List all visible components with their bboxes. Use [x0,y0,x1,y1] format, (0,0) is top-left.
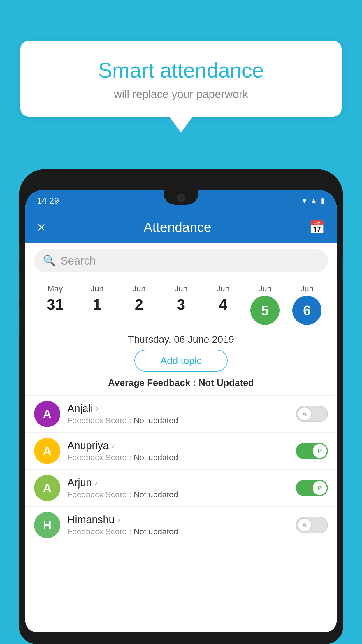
status-icons: ▾ ▲ ▮ [303,196,325,205]
toggle-arjun[interactable]: P [296,480,328,496]
date-day-3: 3 [177,296,185,313]
toggle-anupriya[interactable]: P [296,443,328,459]
status-time: 14:29 [37,196,59,206]
avatar-anjali: A [34,401,60,427]
toggle-anjali[interactable]: A [296,406,328,422]
volume-down-button [19,306,20,335]
selected-date-label: Thursday, 06 June 2019 [25,334,337,345]
speech-bubble: Smart attendance will replace your paper… [20,41,342,117]
search-bar[interactable]: 🔍 Search [34,249,328,272]
student-info-arjun: Arjun › Feedback Score : Not updated [67,477,289,499]
add-topic-button[interactable]: Add topic [134,350,228,372]
date-circle-jun6: 6 [292,296,321,325]
date-strip: May 31 Jun 1 Jun 2 [25,278,337,328]
date-col-jun5[interactable]: Jun 5 [250,284,280,325]
search-icon: 🔍 [43,255,56,267]
avg-feedback-label: Average Feedback : [108,377,196,388]
app-bar-title: Attendance [52,219,303,235]
feedback-himanshu: Feedback Score : Not updated [67,527,289,536]
avatar-letter-himanshu: H [43,519,52,532]
avg-feedback: Average Feedback : Not Updated [25,377,337,388]
calendar-icon[interactable]: 📅 [309,220,325,235]
date-day-6: 6 [303,302,311,318]
feedback-value-himanshu: Not updated [133,527,178,536]
avatar-himanshu: H [34,512,60,538]
student-item-anjali[interactable]: A Anjali › Feedback Score : Not updated [25,395,337,432]
name-text-anupriya: Anupriya [67,440,109,452]
date-col-jun2[interactable]: Jun 2 [124,284,154,325]
search-placeholder: Search [61,255,96,267]
date-day-0: 31 [47,296,64,313]
name-text-arjun: Arjun [67,477,92,489]
toggle-himanshu[interactable]: A [296,517,328,533]
phone-screen: 14:29 ▾ ▲ ▮ × Attendance 📅 [25,190,337,632]
toggle-knob-anupriya: P [313,444,327,458]
date-col-jun6[interactable]: Jun 6 [292,284,321,325]
date-month-5: Jun [258,284,271,293]
app-bar: × Attendance 📅 [25,211,337,243]
volume-up-button [19,271,20,300]
date-col-jun4[interactable]: Jun 4 [208,284,238,325]
date-day-4: 4 [219,296,227,313]
date-month-4: Jun [216,284,229,293]
date-day-1: 1 [93,296,101,313]
avatar-letter-arjun: A [43,482,52,495]
student-info-anupriya: Anupriya › Feedback Score : Not updated [67,440,289,462]
power-button [342,257,343,280]
student-item-anupriya[interactable]: A Anupriya › Feedback Score : Not update… [25,432,337,469]
date-month-2: Jun [132,284,145,293]
app-content: 🔍 Search May 31 Jun 1 [25,243,337,632]
date-day-5: 5 [261,302,269,318]
avatar-anupriya: A [34,438,60,464]
student-name-arjun: Arjun › [67,477,289,489]
toggle-knob-arjun: P [313,481,327,495]
wifi-icon: ▾ [303,196,306,205]
chevron-anupriya: › [112,441,114,450]
avg-feedback-value: Not Updated [198,377,254,388]
signal-icon: ▲ [310,196,317,205]
feedback-anupriya: Feedback Score : Not updated [67,453,289,462]
student-name-himanshu: Himanshu › [67,514,289,526]
toggle-knob-anjali: A [298,407,312,421]
front-camera [177,194,185,202]
date-col-may31[interactable]: May 31 [41,284,70,325]
toggle-knob-himanshu: A [298,518,312,532]
chevron-arjun: › [95,478,97,487]
avatar-letter-anupriya: A [43,444,52,458]
screen-content: 14:29 ▾ ▲ ▮ × Attendance 📅 [25,190,337,632]
student-name-anjali: Anjali › [67,402,289,415]
close-button[interactable]: × [37,220,46,235]
date-circle-jun5: 5 [250,296,280,325]
feedback-value-arjun: Not updated [133,490,178,499]
avatar-arjun: A [34,475,60,501]
volume-mute-button [19,245,20,262]
date-col-jun3[interactable]: Jun 3 [166,284,196,325]
notch [164,190,198,205]
feedback-value-anupriya: Not updated [133,453,178,462]
speech-bubble-title: Smart attendance [35,58,327,82]
phone-frame: 14:29 ▾ ▲ ▮ × Attendance 📅 [19,169,343,644]
feedback-anjali: Feedback Score : Not updated [67,416,289,425]
name-text-anjali: Anjali [67,402,93,415]
name-text-himanshu: Himanshu [67,514,115,526]
student-info-himanshu: Himanshu › Feedback Score : Not updated [67,514,289,536]
date-month-0: May [48,284,63,293]
feedback-arjun: Feedback Score : Not updated [67,490,289,499]
speech-bubble-subtitle: will replace your paperwork [35,88,327,101]
chevron-himanshu: › [117,515,120,524]
date-col-jun1[interactable]: Jun 1 [82,284,112,325]
date-day-2: 2 [135,296,143,313]
student-item-himanshu[interactable]: H Himanshu › Feedback Score : Not update… [25,506,337,543]
student-item-arjun[interactable]: A Arjun › Feedback Score : Not updated [25,469,337,506]
speech-bubble-container: Smart attendance will replace your paper… [20,41,342,133]
chevron-anjali: › [96,404,99,413]
feedback-value-anjali: Not updated [133,416,178,425]
background: Smart attendance will replace your paper… [0,0,362,644]
date-month-3: Jun [174,284,187,293]
date-month-1: Jun [90,284,103,293]
student-name-anupriya: Anupriya › [67,440,289,452]
battery-icon: ▮ [321,196,325,205]
avatar-letter-anjali: A [43,407,52,421]
student-info-anjali: Anjali › Feedback Score : Not updated [67,402,289,425]
date-month-6: Jun [300,284,313,293]
